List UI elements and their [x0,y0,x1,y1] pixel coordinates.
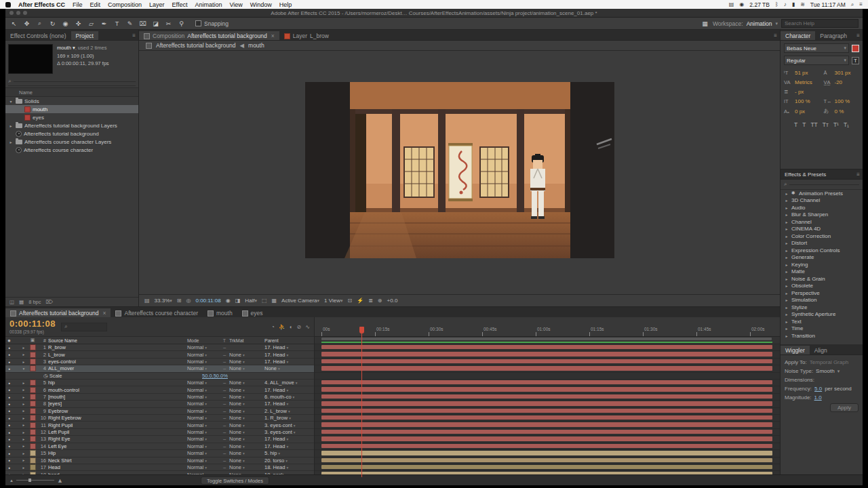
camera-select[interactable]: Active Camera▾ [281,298,319,304]
effects-group-blur-sharpen[interactable]: ▸Blur & Sharpen [781,211,863,219]
twirl-icon[interactable]: ▸ [784,226,789,231]
effects-group-channel[interactable]: ▸Channel [781,218,863,226]
twirl-icon[interactable]: ▸ [20,360,28,364]
panel-menu-icon[interactable]: ≡ [856,33,860,39]
layer-name[interactable]: Hip [48,450,187,456]
layer-name[interactable]: R_brow [48,344,187,350]
layer-row-neck-shirt[interactable]: ●▸16Neck ShirtNormal▾–None▾20. torso▾ [5,458,314,464]
camera-icon[interactable]: ◉ [739,1,744,7]
layer-name[interactable]: Eyebrow [48,408,187,414]
layer-duration-bar[interactable] [321,394,772,399]
track-row-l-brow[interactable] [315,351,780,358]
frame-blending-icon[interactable]: ◐ [290,324,293,330]
label-color-swatch[interactable] [28,380,37,386]
eye-icon[interactable]: ● [5,437,13,441]
project-columns-header[interactable]: Name [5,87,138,97]
twirl-icon[interactable]: ▸ [784,191,789,196]
twirl-icon[interactable]: ▸ [20,381,28,385]
twirl-icon[interactable]: ▾ [8,99,14,104]
preserve-transparency-toggle[interactable]: – [220,344,229,350]
blend-mode-select[interactable]: Normal▾ [187,450,220,456]
parent-select[interactable]: 3. eyes-cont▾ [264,422,314,428]
preserve-transparency-toggle[interactable]: – [220,450,229,456]
twirl-icon[interactable]: ▸ [20,402,28,406]
eye-icon[interactable]: ● [5,466,13,470]
faux-style-icon-1[interactable]: T [802,121,806,128]
label-color-swatch[interactable] [28,415,37,421]
effects-group-generate[interactable]: ▸Generate [781,254,863,262]
layer-row-eyebrow[interactable]: ●▸9EyebrowNormal▾–None▾2. L_brow▾ [5,408,314,415]
blend-mode-select[interactable]: Normal▾ [187,458,220,464]
track-row-right-eye[interactable] [315,436,780,443]
font-size-control[interactable]: ᵗT 51 px [784,70,820,76]
parent-select[interactable]: 17. Head▾ [264,401,314,407]
parent-select[interactable]: 17. Head▾ [264,443,314,449]
preserve-transparency-toggle[interactable]: – [220,464,229,470]
kerning-control[interactable]: VA Metrics [784,79,820,85]
tab-project[interactable]: Project [71,31,98,40]
wifi-icon[interactable]: ≋ [800,1,805,7]
preserve-transparency-toggle[interactable]: – [220,436,229,442]
label-color-swatch[interactable] [28,394,37,400]
track-matte-select[interactable]: None▾ [229,429,264,435]
track-row-eyes[interactable] [315,401,780,407]
label-column-icon[interactable]: ▣ [28,338,37,343]
zoom-tool[interactable]: ⌕ [35,20,44,27]
time-ruler[interactable]: 00s00:15s00:30s00:45s01:00s01:15s01:30s0… [315,317,780,337]
effects-group-3d-channel[interactable]: ▸3D Channel [781,197,863,205]
effects-group-color-correction[interactable]: ▸Color Correction [781,232,863,240]
layer-duration-bar[interactable] [321,345,772,349]
eye-icon[interactable]: ● [5,352,13,357]
layer-row-right-pupil[interactable]: ●▸11Right PupilNormal▾–None▾3. eyes-cont… [5,422,314,428]
parent-select[interactable]: 4. ALL_move▾ [264,380,314,386]
timeline-track-area[interactable]: 00s00:15s00:30s00:45s01:00s01:15s01:30s0… [315,317,780,477]
eye-icon[interactable]: ● [5,395,13,399]
track-row-hip[interactable] [315,450,780,457]
effects-group-synthetic-aperture[interactable]: ▸Synthetic Aperture [781,311,863,319]
parent-select[interactable]: 17. Head▾ [264,436,314,442]
twirl-icon[interactable]: ▸ [784,277,789,281]
label-color-swatch[interactable] [28,408,37,414]
faux-style-icon-5[interactable]: T₁ [844,121,849,128]
label-color-swatch[interactable] [28,458,37,464]
layer-duration-bar[interactable] [321,352,772,356]
tab-wiggler[interactable]: Wiggler [781,346,810,354]
clone-stamp-tool[interactable]: ⌧ [138,20,147,27]
leading-control[interactable]: Ā 301 px [824,70,860,76]
parent-select[interactable]: 17. Head▾ [264,352,314,358]
label-color-swatch[interactable] [28,464,37,470]
parent-select[interactable]: 1. R_brow▾ [264,415,314,421]
timeline-button-icon[interactable]: ≣ [368,298,373,304]
tab-layer[interactable]: Layer L_brow [279,31,334,40]
panel-menu-icon[interactable]: ≡ [856,171,860,178]
layer-duration-bar[interactable] [321,451,772,455]
track-matte-select[interactable]: None▾ [229,464,264,470]
parent-select[interactable]: 3. eyes-cont▾ [264,429,314,435]
viewport-timecode[interactable]: 0:00:11:08 [195,298,220,304]
pen-tool[interactable]: ✒ [100,20,108,27]
apple-menu-icon[interactable] [5,2,11,7]
twirl-icon[interactable]: ▸ [784,212,789,217]
pixel-aspect-icon[interactable]: ⊡ [347,298,352,304]
layer-duration-bar[interactable] [321,387,772,391]
track-row-right-eyebrow[interactable] [315,415,780,422]
tab-character[interactable]: Character [781,31,815,40]
layer-duration-bar[interactable] [321,409,772,413]
blend-mode-select[interactable]: Normal▾ [187,359,220,365]
twirl-icon[interactable]: ▸ [784,205,789,210]
label-color-swatch[interactable] [28,450,37,456]
layer-row-l-brow[interactable]: ●▸2L_browNormal▾–None▾17. Head▾ [5,351,314,358]
blend-mode-select[interactable]: Normal▾ [187,394,220,400]
faux-style-icon-3[interactable]: Tт [823,121,829,128]
preserve-transparency-toggle[interactable]: – [220,429,229,435]
hand-tool[interactable]: ✥ [22,20,31,27]
parent-select[interactable]: None▾ [264,365,314,371]
stroke-width-control[interactable]: ≣ - px [784,89,820,95]
track-matte-select[interactable]: None▾ [229,436,264,442]
breadcrumb-comp[interactable]: Aftereffects tutorial background [156,42,236,49]
effects-group-simulation[interactable]: ▸Simulation [781,297,863,304]
layer-row-all-mover[interactable]: ●▾4ALL_moverNormal▾–None▾None▾ [5,365,314,372]
battery-icon[interactable]: ▮ [792,1,795,7]
eye-icon[interactable]: ● [5,388,13,392]
twirl-icon[interactable]: ▸ [20,388,28,392]
